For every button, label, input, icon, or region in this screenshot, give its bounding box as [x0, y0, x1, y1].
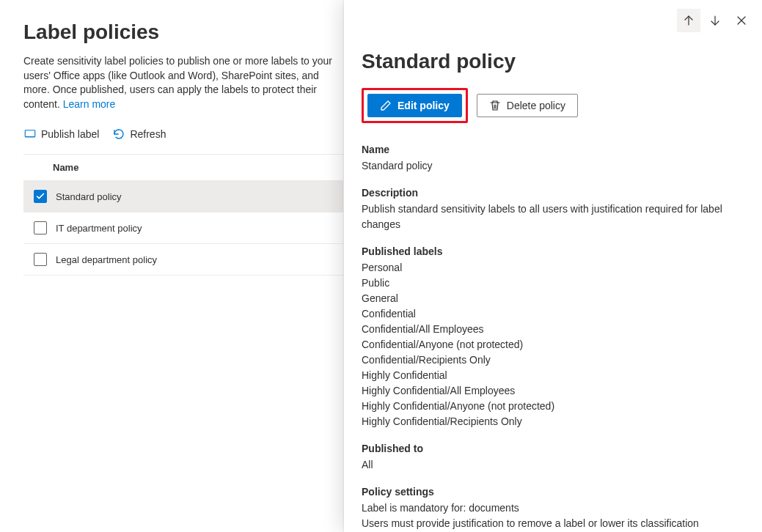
row-checkbox[interactable]: [34, 221, 47, 234]
desc-value: Publish standard sensitivity labels to a…: [362, 202, 744, 232]
section-policy-settings: Policy settings Label is mandatory for: …: [362, 486, 744, 532]
list-item: Highly Confidential/Recipients Only: [362, 414, 744, 429]
edit-highlight: Edit policy: [362, 88, 468, 123]
svg-rect-0: [25, 130, 35, 137]
settings-label: Policy settings: [362, 486, 744, 498]
row-checkbox[interactable]: [34, 190, 47, 203]
table-header: Name: [23, 154, 343, 181]
list-item: Confidential/All Employees: [362, 322, 744, 337]
published-to-label: Published to: [362, 443, 744, 454]
name-label: Name: [362, 144, 744, 155]
list-item: Label is mandatory for: documents: [362, 500, 744, 516]
refresh-label: Refresh: [130, 128, 166, 140]
publish-icon: [23, 128, 37, 141]
page-title: Label policies: [23, 21, 343, 44]
published-labels-list: Personal Public General Confidential Con…: [362, 260, 744, 429]
nav-down-button[interactable]: [703, 9, 727, 32]
row-name: Legal department policy: [56, 254, 157, 265]
list-item: Highly Confidential: [362, 368, 744, 383]
list-item: Confidential/Recipients Only: [362, 352, 744, 368]
panel-actions: Edit policy Delete policy: [362, 88, 744, 123]
published-to-value: All: [362, 457, 744, 473]
edit-policy-button[interactable]: Edit policy: [367, 94, 462, 117]
published-labels-label: Published labels: [362, 245, 744, 257]
delete-policy-label: Delete policy: [507, 100, 565, 111]
panel-controls: [677, 9, 753, 32]
settings-list: Label is mandatory for: documents Users …: [362, 500, 744, 532]
row-name: Standard policy: [56, 191, 122, 202]
toolbar: Publish label Refresh: [23, 128, 343, 141]
publish-label-button[interactable]: Publish label: [23, 128, 99, 141]
section-published-to: Published to All: [362, 443, 744, 473]
section-published-labels: Published labels Personal Public General…: [362, 245, 744, 429]
close-button[interactable]: [730, 9, 753, 32]
list-item: Highly Confidential/Anyone (not protecte…: [362, 399, 744, 414]
arrow-up-icon: [683, 15, 695, 26]
row-name: IT department policy: [56, 223, 142, 234]
trash-icon: [489, 100, 501, 111]
table-row[interactable]: IT department policy: [23, 213, 343, 244]
table-row[interactable]: Standard policy: [23, 181, 343, 213]
panel-title: Standard policy: [362, 50, 744, 73]
refresh-icon: [112, 128, 125, 141]
list-item: Confidential: [362, 306, 744, 322]
column-header-name[interactable]: Name: [53, 162, 78, 173]
learn-more-link[interactable]: Learn more: [63, 98, 116, 110]
list-item: General: [362, 291, 744, 306]
delete-policy-button[interactable]: Delete policy: [477, 94, 578, 117]
publish-label-text: Publish label: [41, 128, 99, 140]
list-item: Confidential/Anyone (not protected): [362, 337, 744, 352]
page-description: Create sensitivity label policies to pub…: [23, 54, 343, 111]
refresh-button[interactable]: Refresh: [112, 128, 166, 141]
close-icon: [736, 15, 747, 26]
list-item: Public: [362, 276, 744, 291]
details-panel: Standard policy Edit policy Delete polic…: [344, 0, 762, 532]
main-content: Label policies Create sensitivity label …: [0, 0, 367, 296]
list-item: Users must provide justification to remo…: [362, 516, 744, 531]
nav-up-button[interactable]: [677, 9, 700, 32]
edit-policy-label: Edit policy: [398, 100, 450, 111]
name-value: Standard policy: [362, 158, 744, 174]
section-name: Name Standard policy: [362, 144, 744, 174]
table-row[interactable]: Legal department policy: [23, 244, 343, 276]
section-description: Description Publish standard sensitivity…: [362, 187, 744, 232]
arrow-down-icon: [709, 15, 721, 26]
list-item: Highly Confidential/All Employees: [362, 383, 744, 399]
desc-label: Description: [362, 187, 744, 199]
edit-icon: [380, 100, 392, 111]
row-checkbox[interactable]: [34, 253, 47, 266]
check-icon: [35, 191, 45, 202]
list-item: Personal: [362, 260, 744, 276]
